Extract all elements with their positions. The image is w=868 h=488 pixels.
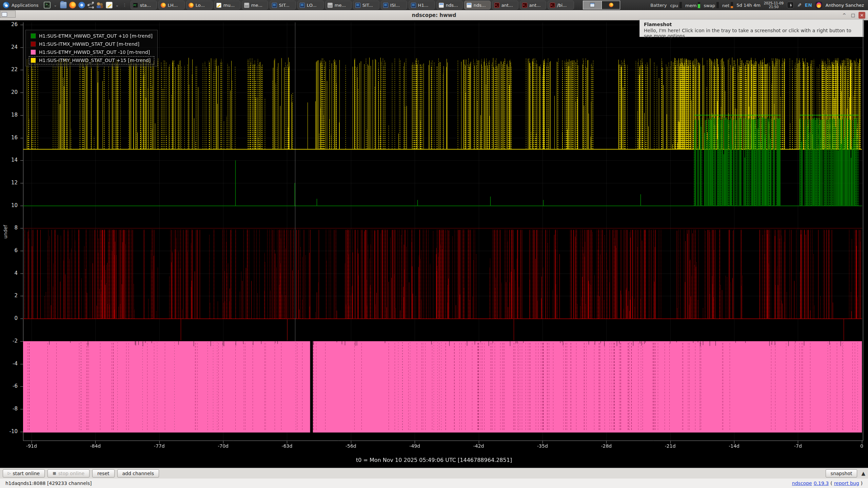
window-titlebar[interactable]: ndscope: hwwd ^ □ ×: [0, 10, 868, 20]
launcher-icons: ⌄ ⌄ ⋮: [44, 2, 127, 8]
flameshot-notification[interactable]: Flameshot Hello, I'm here! Click icon in…: [639, 19, 864, 37]
notification-body: Hello, I'm here! Click icon in the tray …: [644, 28, 859, 39]
y-axis-tick-label: 24: [0, 44, 18, 51]
cpu-graph: [679, 2, 682, 8]
add-channels-button[interactable]: add channels: [117, 469, 159, 477]
mem-monitor[interactable]: mem: [685, 2, 700, 8]
start-online-button[interactable]: ▷ start online: [3, 469, 45, 477]
taskbar-window-button[interactable]: me...: [242, 1, 268, 9]
notes-launcher-icon[interactable]: [106, 2, 113, 8]
uptime-label: 5d 14h 4m: [736, 3, 761, 8]
taskbar-window-button[interactable]: me...: [325, 1, 352, 9]
flameshot-tray-icon[interactable]: [815, 2, 822, 8]
start-online-label: start online: [13, 471, 40, 476]
swap-graph: [716, 2, 719, 8]
taskbar-window-button[interactable]: ant...: [492, 1, 518, 9]
taskbar-window-button[interactable]: nds...: [464, 1, 491, 9]
y-axis-tick-label: 20: [0, 89, 18, 96]
reset-label: reset: [97, 471, 109, 476]
window-button-label: ant...: [501, 3, 513, 8]
stop-online-button[interactable]: ■ stop online: [47, 469, 90, 477]
x-axis-tick-label: -63d: [282, 443, 293, 449]
firefox-icon: [189, 3, 194, 8]
close-button[interactable]: ×: [859, 12, 865, 19]
battery-tray-icon[interactable]: [787, 2, 794, 8]
window-grey-icon: [244, 3, 249, 8]
ndscope-link[interactable]: ndscope: [792, 481, 812, 486]
window-button-label: me...: [251, 3, 262, 8]
y-axis-tick-label: 14: [0, 157, 18, 164]
battery-monitor[interactable]: Battery: [650, 3, 667, 8]
legend-color-swatch: [31, 33, 36, 39]
swap-monitor[interactable]: swap: [704, 2, 719, 8]
cpu-label: cpu: [670, 3, 678, 8]
y-axis-tick-label: 0: [0, 315, 18, 322]
window-button-label: H1...: [418, 3, 428, 8]
snapshot-button[interactable]: snapshot: [826, 469, 857, 477]
firefox-launcher-icon[interactable]: [69, 2, 76, 8]
terminal-launcher-icon[interactable]: [44, 2, 51, 8]
taskbar-window-button[interactable]: nds...: [436, 1, 463, 9]
window-title: ndscope: hwwd: [0, 12, 868, 18]
trend-plot-canvas[interactable]: [20, 20, 864, 468]
workspace-pager[interactable]: [583, 1, 620, 9]
taskbar-window-button[interactable]: H1...: [409, 1, 435, 9]
shade-button[interactable]: ^: [841, 12, 848, 19]
x-axis-tick-label: -91d: [26, 443, 37, 449]
taskbar-window-button[interactable]: SIT...: [353, 1, 379, 9]
applications-menu[interactable]: Applications: [2, 1, 41, 9]
taskbar-window-button[interactable]: Lo...: [186, 1, 213, 9]
pen-tray-icon[interactable]: ✎: [796, 3, 802, 7]
window-button-label: Lo...: [196, 3, 205, 8]
workspace-2[interactable]: [601, 1, 620, 9]
taskbar-window-button[interactable]: sta...: [131, 1, 157, 9]
users-icon[interactable]: [97, 2, 103, 8]
share-nodes-icon[interactable]: [87, 2, 94, 8]
reset-button[interactable]: reset: [92, 469, 114, 477]
x-axis-tick-label: -35d: [537, 443, 548, 449]
window-controls: ^ □ ×: [841, 12, 868, 19]
x-axis-tick-label: -70d: [218, 443, 229, 449]
app-blue-icon: [411, 3, 416, 8]
keyboard-layout-indicator[interactable]: EN: [805, 2, 812, 8]
y-axis-tick-label: -6: [0, 383, 18, 390]
chromium-launcher-icon[interactable]: [78, 2, 85, 8]
clock[interactable]: 2025-11-09 21:50: [764, 1, 784, 9]
report-bug-link[interactable]: report bug: [834, 481, 859, 486]
version-link[interactable]: 0.19.3: [814, 481, 829, 486]
window-button-label: nds...: [474, 3, 486, 8]
taskbar-window-button[interactable]: SIT...: [270, 1, 296, 9]
time-label: 21:50: [769, 5, 779, 9]
taskbar-window-button[interactable]: /bi...: [548, 1, 574, 9]
x-axis-tick-label: -14d: [729, 443, 739, 449]
chevron-down-icon[interactable]: ⌄: [115, 3, 119, 7]
cpu-monitor[interactable]: cpu: [670, 2, 682, 8]
net-monitor[interactable]: net: [722, 2, 733, 8]
taskbar-window-button[interactable]: LH...: [158, 1, 185, 9]
window-button-label: ant...: [529, 3, 541, 8]
x-axis-tick-label: -49d: [409, 443, 420, 449]
chevron-down-icon[interactable]: ⌄: [53, 3, 57, 7]
legend-channel-label: H1:SUS-ITMX_HWWD_STAT_OUT [m-trend]: [39, 41, 139, 47]
legend-row[interactable]: H1:SUS-ETMX_HWWD_STAT_OUT +10 [m-trend]: [29, 32, 154, 40]
mini-window-fragment: [0, 11, 16, 18]
maximize-button[interactable]: □: [850, 12, 856, 19]
y-axis-tick-label: -4: [0, 361, 18, 367]
window-button-label: sta...: [140, 3, 151, 8]
plot-legend: H1:SUS-ETMX_HWWD_STAT_OUT +10 [m-trend]H…: [25, 30, 158, 66]
y-axis-tick-label: 4: [0, 270, 18, 277]
legend-row[interactable]: H1:SUS-ITMX_HWWD_STAT_OUT [m-trend]: [29, 40, 154, 48]
status-bar: h1daqnds1:8088 [429233 channels] ndscope…: [0, 479, 868, 488]
legend-row[interactable]: H1:SUS-ITMY_HWWD_STAT_OUT +15 [m-trend]: [29, 56, 154, 64]
taskbar-window-button[interactable]: LO...: [297, 1, 324, 9]
file-manager-icon[interactable]: [60, 2, 67, 8]
legend-channel-label: H1:SUS-ETMX_HWWD_STAT_OUT +10 [m-trend]: [39, 33, 153, 39]
x-axis-tick-label: -42d: [473, 443, 484, 449]
legend-color-swatch: [31, 41, 36, 47]
collapse-arrow-icon[interactable]: ▲: [861, 470, 865, 476]
taskbar-window-button[interactable]: ant...: [520, 1, 546, 9]
legend-row[interactable]: H1:SUS-ETMY_HWWD_STAT_OUT -10 [m-trend]: [29, 48, 154, 56]
taskbar-window-button[interactable]: ISI...: [381, 1, 407, 9]
taskbar-window-button[interactable]: mu...: [214, 1, 240, 9]
workspace-1[interactable]: [583, 1, 601, 9]
